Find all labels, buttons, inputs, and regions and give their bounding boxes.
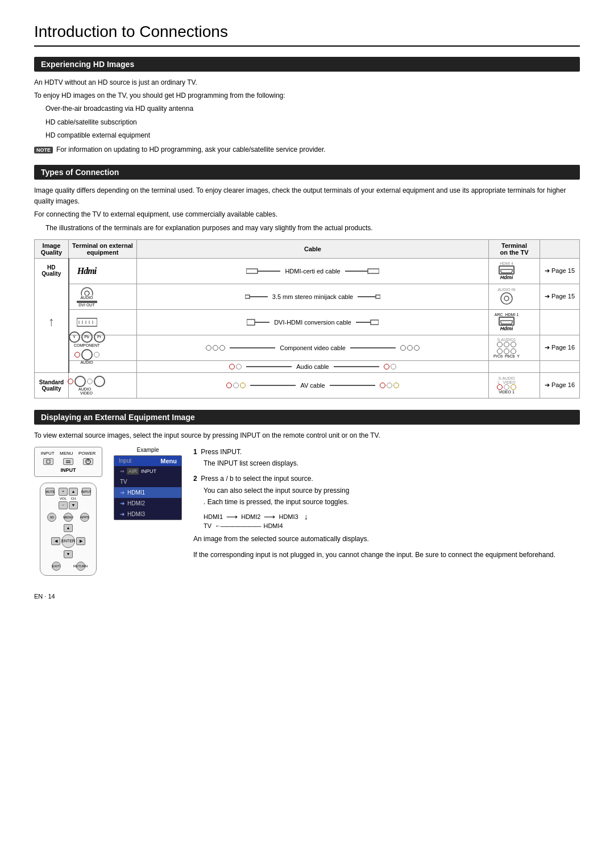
svg-rect-31 [66, 460, 70, 462]
page-ref-16b: ➔ Page 16 [540, 372, 580, 398]
dvi-hdmi-label: DVI-HDMI conversion cable [274, 319, 351, 326]
input-btn-tv[interactable] [43, 458, 53, 465]
mute-btn[interactable]: MUTE [45, 488, 55, 496]
flow-hdmi3: HDMI3 [279, 513, 298, 520]
page-footer: EN · 14 [34, 593, 580, 600]
tv-comp-c3 [511, 342, 516, 347]
tv-panel-labels: INPUT MENU POWER [38, 451, 98, 456]
menu-item-hdmi2[interactable]: ➜ HDMI2 [114, 498, 181, 509]
ext-hdmi: Hdmi [69, 258, 137, 284]
audio-in-label: AUDIO IN [497, 288, 515, 292]
vol-up-btn[interactable]: + [59, 488, 68, 496]
nav-right-btn[interactable]: ▶ [76, 537, 85, 545]
step2-sub-text: You can also select the input source by … [204, 487, 349, 495]
ch-down-btn[interactable]: ▼ [69, 501, 78, 509]
3d-btn[interactable]: 3D [47, 513, 56, 522]
vol-down-btn[interactable]: − [59, 501, 68, 509]
hdmi2-arrow-icon: ➜ [120, 500, 125, 506]
nav-left-btn[interactable]: ◀ [51, 537, 60, 545]
cable-hdmi: HDMI-certi ed cable [137, 258, 489, 284]
input-label-tv: INPUT [41, 451, 55, 456]
step2-sub: You can also select the input source by … [193, 485, 580, 508]
tv-comp-c2 [504, 342, 509, 347]
menu-icon [65, 459, 71, 464]
menu-item-hdmi1[interactable]: ➜ HDMI1 [114, 487, 181, 498]
menu-item-tv[interactable]: TV [114, 476, 181, 487]
dvi-port-icon [77, 317, 97, 327]
tv-item-label: TV [120, 479, 127, 485]
tv-audio2 [489, 360, 540, 372]
audio-cable-wire [246, 364, 292, 369]
hdmi1-terminal: ARC HDMI 1 Hdmi [492, 312, 521, 333]
rca-l2 [213, 345, 218, 351]
remote-top-row: MUTE + ▲ VOL CH − ▼ [44, 488, 93, 509]
nav-cluster: ▲ ◀ ENTER ▶ ▼ [51, 524, 85, 558]
hdmi-port-svg [500, 266, 513, 274]
tv-button-row [38, 458, 98, 465]
section-hd-images: Experiencing HD Images An HDTV without a… [34, 57, 580, 153]
component-terminal: Y Pb Pr COMPONENT AUDIO [73, 338, 101, 358]
menu-item-hdmi3[interactable]: ➜ HDMI3 [114, 509, 181, 520]
ext-av: AUDIO VIDEO [69, 372, 137, 398]
hdmi-port-icon [499, 265, 515, 275]
enter-btn[interactable]: ENTER [61, 534, 75, 548]
table-row: HDQuality ↑ Hdmi [35, 258, 580, 284]
menu-btn-remote[interactable]: MENU [64, 513, 73, 522]
displaying-intro: To view external source images, select t… [34, 430, 580, 441]
comp-cable-wire2 [350, 346, 396, 350]
final-note2-text: If the corresponding input is not plugge… [193, 550, 580, 560]
rca-r1 [400, 345, 406, 351]
rca-l1 [206, 345, 211, 351]
nav-down-btn[interactable]: ▼ [64, 550, 73, 558]
minijack-label: 3.5 mm stereo minijack cable [272, 293, 353, 300]
return-btn[interactable]: RETURN [76, 562, 85, 571]
svg-point-6 [85, 291, 89, 296]
input-btn-remote[interactable]: INPUT [82, 488, 91, 496]
hdmi1-arrow-icon: ➜ [120, 489, 125, 496]
av-rca-l1 [226, 383, 232, 388]
audio-cable-wire2 [334, 364, 379, 369]
ext-audio2 [69, 360, 137, 372]
quality-hd: HDQuality ↑ [35, 258, 69, 372]
audio-cable-label: Audio cable [296, 363, 329, 370]
av-video [94, 376, 105, 387]
remote-illustration: INPUT MENU POWER [34, 447, 102, 576]
menu-btn-tv[interactable] [63, 458, 73, 465]
comp-cable-wire [230, 346, 275, 350]
table-row: Audio cable [35, 360, 580, 372]
dvi-out-label: DVI OUT [78, 303, 94, 307]
exit-cluster: EXIT [52, 562, 61, 571]
section-displaying: Displaying an External Equipment Image T… [34, 410, 580, 576]
step-1: 1 Press INPUT. The INPUT list screen dis… [193, 447, 580, 470]
av-terminal: AUDIO VIDEO [72, 375, 101, 396]
nav-up-btn[interactable]: ▲ [64, 524, 73, 532]
hdmi1-port-svg [500, 317, 513, 325]
power-icon [85, 459, 91, 464]
hdmi1-item-label: HDMI1 [127, 489, 145, 496]
section-types: Types of Connection Image quality differ… [34, 165, 580, 398]
vol-label: VOL [59, 497, 68, 500]
connection-table: ImageQuality Terminal on externalequipme… [34, 239, 580, 398]
tv-comp-c1 [497, 342, 503, 347]
tv-audio-in: AUDIO IN [489, 284, 540, 309]
av-rca-r1 [380, 383, 385, 388]
flow-hdmi2: HDMI2 [241, 513, 260, 520]
exit-btn[interactable]: EXIT [52, 562, 61, 571]
air-badge: AIR [127, 468, 139, 475]
svg-rect-13 [77, 318, 97, 326]
note-box: NOTE For information on updating to HD p… [34, 146, 580, 153]
flow-down-arrow: ↓ [304, 512, 308, 521]
s-audio1-label: S-AUDIO1 [497, 338, 516, 342]
ch-up-btn[interactable]: ▲ [69, 488, 78, 496]
audio-cable-right [384, 364, 396, 369]
types-body1: Image quality differs depending on the t… [34, 185, 580, 207]
svg-rect-0 [246, 269, 258, 273]
power-btn-tv[interactable] [83, 458, 93, 465]
apps-btn[interactable]: APPS [80, 513, 89, 522]
component-cable-line: Component video cable [140, 344, 485, 351]
audio-rca-l1 [229, 364, 235, 369]
col-image-quality: ImageQuality [35, 239, 69, 258]
tv-comp-c4 [497, 348, 503, 354]
step1-text: Press INPUT. [201, 448, 242, 456]
comp-cable-left [206, 345, 225, 351]
